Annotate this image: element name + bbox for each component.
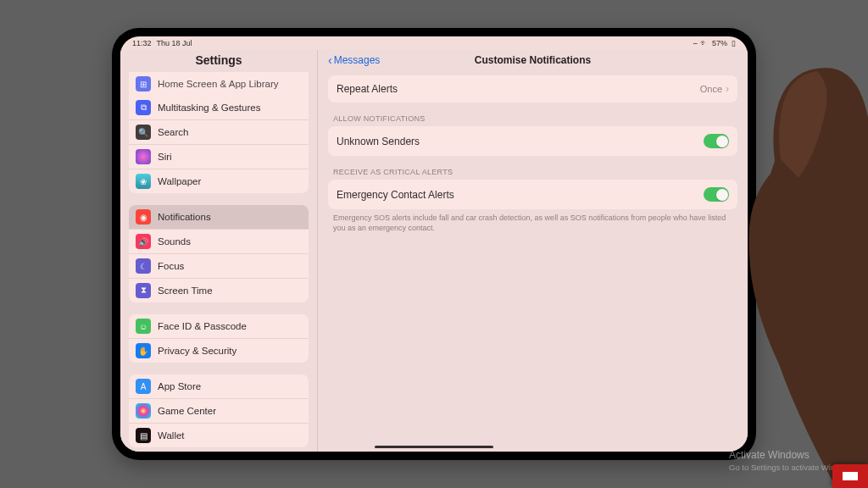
detail-pane: ‹ Messages Customise Notifications Repea… — [318, 50, 748, 452]
unknown-senders-row[interactable]: Unknown Senders — [328, 126, 737, 156]
status-time: 11:32 — [132, 39, 152, 47]
detail-header: ‹ Messages Customise Notifications — [318, 50, 748, 72]
repeat-alerts-value: Once — [700, 84, 722, 94]
sidebar-item-focus[interactable]: ☾ Focus — [129, 254, 309, 279]
hand-icon: ✋ — [136, 343, 151, 358]
sidebar-item-label: Siri — [158, 152, 172, 162]
sidebar-title: Settings — [120, 50, 317, 72]
sidebar-item-search[interactable]: 🔍 Search — [129, 120, 309, 145]
wallpaper-icon: ❀ — [136, 174, 151, 189]
back-button[interactable]: ‹ Messages — [328, 53, 380, 67]
sidebar-item-label: Privacy & Security — [158, 346, 236, 356]
moon-icon: ☾ — [136, 258, 151, 274]
sidebar-group-attention: ◉ Notifications 🔊 Sounds ☾ Focus ⧗ — [129, 205, 309, 302]
status-bar: 11:32 Thu 18 Jul ⋯ ᯤ 57% ▯ — [120, 36, 748, 50]
sidebar-item-siri[interactable]: Siri — [129, 145, 309, 169]
repeat-alerts-label: Repeat Alerts — [337, 83, 398, 95]
sidebar-item-faceid[interactable]: ☺ Face ID & Passcode — [129, 314, 309, 339]
emergency-contact-toggle[interactable] — [704, 187, 729, 202]
status-date: Thu 18 Jul — [157, 39, 192, 47]
repeat-alerts-row[interactable]: Repeat Alerts Once › — [328, 75, 737, 103]
sidebar-item-label: Game Center — [158, 406, 216, 416]
hourglass-icon: ⧗ — [136, 283, 151, 298]
chevron-right-icon: › — [726, 83, 729, 95]
watermark-title: Activate Windows — [729, 449, 856, 463]
allow-notifications-header: ALLOW NOTIFICATIONS — [328, 103, 737, 126]
emergency-contact-row[interactable]: Emergency Contact Alerts — [328, 180, 737, 209]
search-icon: 🔍 — [136, 125, 151, 140]
sidebar-group-security: ☺ Face ID & Passcode ✋ Privacy & Securit… — [129, 314, 309, 363]
sidebar-scroll[interactable]: ⊞ Home Screen & App Library ⧉ Multitaski… — [120, 72, 317, 452]
sidebar-item-label: Notifications — [158, 212, 211, 222]
detail-body[interactable]: Repeat Alerts Once › ALLOW NOTIFICATIONS… — [318, 72, 748, 233]
emergency-contact-label: Emergency Contact Alerts — [337, 189, 454, 201]
faceid-icon: ☺ — [136, 319, 151, 334]
siri-icon — [136, 149, 151, 164]
sidebar-group-store: A App Store Game Center ▤ Wallet — [129, 374, 309, 447]
multitask-icon: ⧉ — [136, 100, 151, 115]
sidebar-item-screen-time[interactable]: ⧗ Screen Time — [129, 279, 309, 302]
settings-sidebar: Settings ⊞ Home Screen & App Library ⧉ M… — [120, 50, 318, 452]
sidebar-item-label: Screen Time — [158, 286, 213, 296]
detail-title: Customise Notifications — [318, 54, 748, 66]
sidebar-item-home-screen[interactable]: ⊞ Home Screen & App Library — [129, 72, 309, 96]
sidebar-item-multitasking[interactable]: ⧉ Multitasking & Gestures — [129, 96, 309, 120]
sidebar-item-sounds[interactable]: 🔊 Sounds — [129, 230, 309, 254]
wallet-icon: ▤ — [136, 428, 151, 443]
back-label: Messages — [334, 54, 381, 66]
sidebar-item-label: Multitasking & Gestures — [158, 103, 260, 113]
sidebar-item-label: Face ID & Passcode — [158, 321, 247, 331]
emergency-footnote: Emergency SOS alerts include fall and ca… — [328, 209, 737, 233]
sidebar-item-label: Home Screen & App Library — [158, 79, 279, 89]
gamecenter-icon — [136, 403, 151, 419]
home-indicator[interactable] — [375, 446, 493, 448]
sidebar-item-label: Search — [158, 127, 188, 137]
ipad-screen: 11:32 Thu 18 Jul ⋯ ᯤ 57% ▯ Settings ⊞ Ho… — [120, 36, 748, 452]
battery-icon: ▯ — [732, 39, 736, 47]
sidebar-group-general: ⊞ Home Screen & App Library ⧉ Multitaski… — [129, 72, 309, 193]
unknown-senders-label: Unknown Senders — [337, 136, 420, 147]
recorder-badge — [832, 464, 868, 488]
sidebar-item-privacy[interactable]: ✋ Privacy & Security — [129, 339, 309, 363]
sidebar-item-label: App Store — [158, 381, 201, 391]
critical-alerts-header: RECEIVE AS CRITICAL ALERTS — [328, 156, 737, 180]
unknown-senders-toggle[interactable] — [704, 134, 729, 148]
sidebar-item-wallet[interactable]: ▤ Wallet — [129, 424, 309, 447]
appstore-icon: A — [136, 379, 151, 394]
ipad-body: 11:32 Thu 18 Jul ⋯ ᯤ 57% ▯ Settings ⊞ Ho… — [112, 28, 756, 460]
chevron-left-icon: ‹ — [328, 53, 332, 67]
sidebar-item-label: Focus — [158, 261, 184, 271]
sidebar-item-gamecenter[interactable]: Game Center — [129, 399, 309, 424]
bell-icon: ◉ — [136, 209, 151, 225]
sidebar-item-notifications[interactable]: ◉ Notifications — [129, 205, 309, 230]
sidebar-item-label: Wallpaper — [158, 176, 201, 186]
grid-icon: ⊞ — [136, 76, 151, 92]
battery-percent: 57% — [712, 39, 727, 47]
sidebar-item-wallpaper[interactable]: ❀ Wallpaper — [129, 169, 309, 193]
sidebar-item-appstore[interactable]: A App Store — [129, 374, 309, 399]
wifi-icon: ⋯ ᯤ — [693, 39, 708, 47]
sidebar-item-label: Sounds — [158, 236, 191, 247]
sidebar-item-label: Wallet — [158, 430, 185, 441]
speaker-icon: 🔊 — [136, 234, 151, 249]
